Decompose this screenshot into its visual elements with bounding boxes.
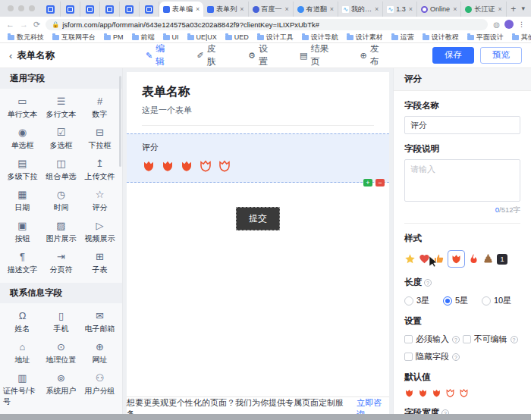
style-heart-icon[interactable] (419, 253, 430, 265)
extension-icon[interactable]: ◍ (493, 20, 500, 29)
bookmark-item[interactable]: UI (163, 33, 179, 42)
tab-close-icon[interactable]: × (452, 5, 457, 13)
badge-outline-icon[interactable] (199, 159, 212, 173)
help-icon[interactable]: ? (424, 279, 432, 287)
help-icon[interactable]: ? (511, 336, 518, 343)
save-button[interactable]: 保存 (432, 47, 474, 64)
field-item-时间[interactable]: ◷时间 (42, 189, 80, 213)
badge-filled-icon[interactable] (180, 159, 193, 173)
field-item-多行文本[interactable]: ☰多行文本 (42, 96, 80, 120)
bookmark-item[interactable]: 运营 (391, 33, 414, 42)
field-item-系统用户[interactable]: ⊚系统用户 (42, 372, 80, 407)
pinned-tab[interactable] (41, 2, 61, 17)
browser-tab[interactable]: 表单列× (203, 2, 248, 17)
style-poop-icon[interactable] (482, 253, 494, 265)
rating-field-selected[interactable]: 评分 + − (127, 133, 389, 183)
forward-icon[interactable]: → (20, 20, 28, 29)
field-item-描述文字[interactable]: ¶描述文字 (3, 251, 42, 275)
field-item-下拉框[interactable]: ⊟下拉框 (80, 127, 119, 151)
length-radio-3星[interactable]: 3星 (404, 295, 443, 306)
field-item-手机[interactable]: ▯手机 (42, 310, 80, 334)
style-badge-option-selected[interactable] (448, 250, 465, 268)
tab-close-icon[interactable]: × (284, 5, 289, 13)
browser-tab[interactable]: Online× (417, 2, 461, 17)
field-desc-textarea[interactable] (404, 159, 520, 202)
tab-close-icon[interactable]: × (497, 5, 501, 13)
field-item-多选框[interactable]: ☑多选框 (42, 127, 80, 151)
maximize-window-button[interactable] (29, 5, 35, 11)
bookmark-item[interactable]: 平面设计 (467, 33, 504, 42)
browser-tab[interactable]: 表单编× (159, 2, 203, 17)
browser-tab[interactable]: 百度一× (249, 2, 294, 17)
style-number-icon[interactable]: 1 (497, 254, 507, 265)
length-radio-10星[interactable]: 10星 (482, 295, 520, 306)
bookmark-item[interactable]: 设计导航 (302, 33, 338, 42)
badge-filled-icon[interactable] (161, 159, 174, 173)
setting-check-不可编辑[interactable]: 不可编辑? (463, 334, 521, 345)
field-item-多级下拉[interactable]: ▤多级下拉 (3, 158, 42, 182)
bookmark-item[interactable]: 设计教程 (423, 33, 459, 42)
setting-check-必须输入[interactable]: 必须输入? (404, 334, 463, 345)
bookmark-item[interactable]: UED (225, 33, 249, 42)
mode-tab-编辑[interactable]: ✎编辑 (146, 42, 171, 68)
browser-tab[interactable]: ∿我的…× (338, 2, 383, 17)
new-tab-button[interactable]: + (507, 2, 520, 17)
preview-button[interactable]: 预览 (480, 47, 522, 64)
bookmark-item[interactable]: 其他 (512, 33, 531, 42)
browser-menu-icon[interactable]: ⋮ (518, 20, 525, 28)
field-item-电子邮箱[interactable]: ✉电子邮箱 (80, 310, 119, 334)
tab-close-icon[interactable]: × (408, 5, 413, 13)
field-item-地址[interactable]: ⌂地址 (3, 341, 42, 365)
canvas-form-subtitle[interactable]: 这是一个表单 (142, 105, 374, 116)
tab-close-icon[interactable]: × (239, 5, 244, 13)
badge-outline-icon[interactable] (445, 388, 455, 398)
field-item-子表[interactable]: ⊞子表 (80, 251, 119, 275)
field-item-分页符[interactable]: ⇥分页符 (42, 251, 80, 275)
profile-avatar[interactable] (504, 20, 514, 29)
bookmark-item[interactable]: PM (104, 33, 124, 42)
field-item-单选框[interactable]: ◉单选框 (3, 127, 42, 151)
field-item-视频展示[interactable]: ▷视频展示 (80, 220, 119, 244)
refresh-icon[interactable]: ⟳ (33, 20, 40, 30)
field-item-用户分组[interactable]: ⚇用户分组 (80, 372, 119, 407)
mode-tab-结果页[interactable]: ▤结果页 (300, 42, 334, 68)
field-item-评分[interactable]: ☆评分 (80, 189, 119, 213)
mode-tab-设置[interactable]: ⚙设置 (248, 42, 274, 68)
browser-tab[interactable]: ∿1.3× (383, 2, 417, 17)
bookmark-item[interactable]: 设计素材 (347, 33, 383, 42)
style-star-icon[interactable] (404, 253, 416, 265)
browser-tab[interactable]: 有道翻× (294, 2, 338, 17)
field-item-姓名[interactable]: Ω姓名 (3, 310, 42, 334)
mode-tab-皮肤[interactable]: ✐皮肤 (197, 42, 223, 68)
help-icon[interactable]: ? (452, 336, 460, 343)
canvas-form-title[interactable]: 表单名称 (142, 84, 374, 100)
tab-close-icon[interactable]: × (329, 5, 334, 13)
field-item-上传文件[interactable]: ↥上传文件 (80, 158, 119, 182)
badge-filled-icon[interactable] (418, 388, 428, 398)
pinned-tab[interactable] (100, 2, 120, 17)
field-item-地理位置[interactable]: ⊙地理位置 (42, 341, 80, 365)
pinned-tab[interactable] (140, 2, 159, 17)
field-item-网址[interactable]: ⊕网址 (80, 341, 119, 365)
minimize-window-button[interactable] (18, 5, 24, 11)
field-item-按钮[interactable]: ▣按钮 (3, 220, 42, 244)
field-name-input[interactable] (404, 116, 520, 134)
default-rating-row[interactable] (404, 388, 520, 398)
field-item-日期[interactable]: ▦日期 (3, 189, 42, 213)
window-controls[interactable] (6, 0, 41, 17)
mode-tab-发布[interactable]: ⊕发布 (360, 42, 385, 68)
sidebar-scrollbar[interactable] (119, 76, 121, 167)
rating-icons-row[interactable] (142, 159, 374, 173)
url-bar[interactable]: 🔒 jsform.com/app/formmain/643e124575a03c… (46, 19, 488, 30)
length-radio-5星[interactable]: 5星 (443, 295, 482, 306)
bookmark-item[interactable]: 前端 (132, 33, 155, 42)
style-fire-icon[interactable] (468, 253, 479, 265)
bookmark-item[interactable]: UE|UX (187, 33, 217, 42)
pinned-tab[interactable] (120, 2, 140, 17)
pinned-tab[interactable] (61, 2, 80, 17)
pinned-tab[interactable] (80, 2, 100, 17)
badge-filled-icon[interactable] (404, 388, 414, 398)
badge-filled-icon[interactable] (142, 159, 156, 173)
bookmark-item[interactable]: 设计工具 (257, 33, 294, 42)
form-canvas[interactable]: 表单名称 这是一个表单 评分 + − 提交 (127, 72, 389, 396)
